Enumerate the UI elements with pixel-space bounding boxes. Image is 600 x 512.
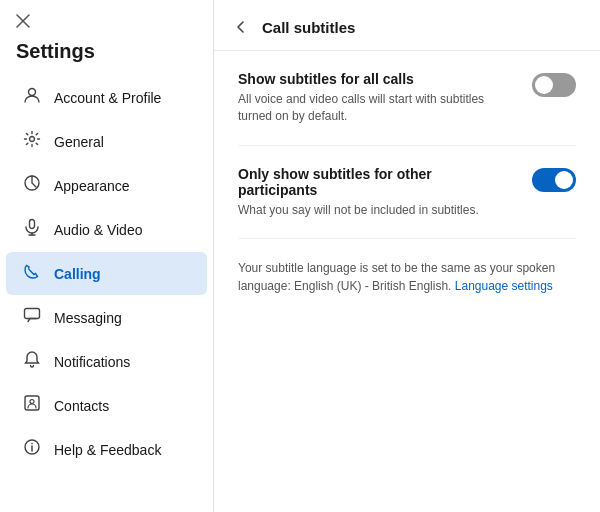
sidebar: Settings Account & Profile General: [0, 0, 214, 512]
toggle-track-show-others[interactable]: [532, 168, 576, 192]
setting-show-all: Show subtitles for all calls All voice a…: [238, 71, 576, 146]
svg-point-13: [31, 443, 33, 445]
svg-rect-5: [30, 220, 35, 229]
toggle-track-show-all[interactable]: [532, 73, 576, 97]
sidebar-item-calling[interactable]: Calling: [6, 252, 207, 295]
setting-text-show-all: Show subtitles for all calls All voice a…: [238, 71, 512, 125]
setting-desc-show-others: What you say will not be included in sub…: [238, 202, 512, 219]
gear-icon: [22, 130, 42, 153]
sidebar-item-contacts[interactable]: Contacts: [6, 384, 207, 427]
sidebar-item-label: Help & Feedback: [54, 442, 161, 458]
main-content: Call subtitles Show subtitles for all ca…: [214, 0, 600, 512]
sidebar-item-notifications[interactable]: Notifications: [6, 340, 207, 383]
language-settings-link[interactable]: Language settings: [455, 279, 553, 293]
sidebar-item-audio-video[interactable]: Audio & Video: [6, 208, 207, 251]
close-icon[interactable]: [16, 14, 30, 28]
bell-icon: [22, 350, 42, 373]
sidebar-item-label: Notifications: [54, 354, 130, 370]
sidebar-item-label: Contacts: [54, 398, 109, 414]
toggle-thumb-show-all: [535, 76, 553, 94]
sidebar-header: [0, 0, 213, 36]
phone-icon: [22, 262, 42, 285]
svg-point-10: [30, 400, 34, 404]
svg-rect-8: [25, 309, 40, 319]
setting-show-others: Only show subtitles for other participan…: [238, 166, 576, 240]
main-body: Show subtitles for all calls All voice a…: [214, 51, 600, 512]
toggle-show-others[interactable]: [532, 168, 576, 192]
setting-desc-show-all: All voice and video calls will start wit…: [238, 91, 512, 125]
sidebar-item-help[interactable]: Help & Feedback: [6, 428, 207, 471]
main-header: Call subtitles: [214, 0, 600, 51]
page-title: Call subtitles: [262, 19, 355, 36]
sidebar-item-label: Appearance: [54, 178, 130, 194]
sidebar-item-messaging[interactable]: Messaging: [6, 296, 207, 339]
sidebar-item-general[interactable]: General: [6, 120, 207, 163]
sidebar-item-label: General: [54, 134, 104, 150]
sidebar-item-label: Calling: [54, 266, 101, 282]
back-button[interactable]: [230, 16, 252, 38]
appearance-icon: [22, 174, 42, 197]
toggle-show-all[interactable]: [532, 73, 576, 97]
sidebar-item-label: Audio & Video: [54, 222, 142, 238]
setting-text-show-others: Only show subtitles for other participan…: [238, 166, 512, 219]
sidebar-item-account[interactable]: Account & Profile: [6, 76, 207, 119]
setting-label-show-all: Show subtitles for all calls: [238, 71, 512, 87]
sidebar-item-label: Messaging: [54, 310, 122, 326]
svg-point-3: [30, 137, 35, 142]
mic-icon: [22, 218, 42, 241]
sidebar-item-label: Account & Profile: [54, 90, 161, 106]
setting-label-show-others: Only show subtitles for other participan…: [238, 166, 512, 198]
svg-point-2: [29, 89, 36, 96]
toggle-thumb-show-others: [555, 171, 573, 189]
sidebar-title: Settings: [0, 36, 213, 75]
account-icon: [22, 86, 42, 109]
info-text: Your subtitle language is set to be the …: [238, 259, 576, 295]
sidebar-item-appearance[interactable]: Appearance: [6, 164, 207, 207]
sidebar-nav: Account & Profile General Appearance: [0, 75, 213, 512]
chat-icon: [22, 306, 42, 329]
contacts-icon: [22, 394, 42, 417]
info-icon: [22, 438, 42, 461]
